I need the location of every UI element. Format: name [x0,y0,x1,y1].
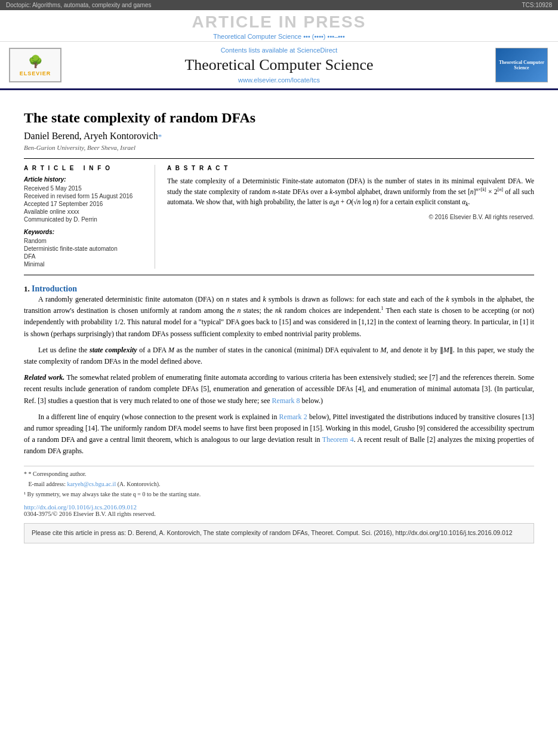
journal-logo-box: 🌳 ELSEVIER [9,48,61,82]
citation-box: Please cite this article in press as: D.… [24,523,534,543]
email-label: E-mail address: [29,481,66,487]
tree-icon: 🌳 [28,54,43,69]
author-names: Daniel Berend, Aryeh Kontorovich [24,131,158,141]
copyright: © 2016 Elsevier B.V. All rights reserved… [167,214,534,220]
affiliation: Ben-Gurion University, Beer Sheva, Israe… [24,144,534,151]
intro-number: 1. [24,284,32,293]
footnote-section: * * Corresponding author. E-mail address… [24,466,534,499]
revised-date: Received in revised form 15 August 2016 [24,193,146,199]
communicated-by: Communicated by D. Perrin [24,216,146,223]
abstract-heading: A B S T R A C T [167,165,534,171]
authors: Daniel Berend, Aryeh Kontorovich* [24,131,534,142]
doi-link[interactable]: http://dx.doi.org/10.1016/j.tcs.2016.09.… [24,503,534,511]
col-left: A R T I C L E I N F O Article history: R… [24,165,155,269]
different-line-para: In a different line of enquiry (whose co… [24,411,534,457]
intro-para1: A randomly generated deterministic finit… [24,294,534,340]
sciencedirect-text[interactable]: ScienceDirect [297,47,337,54]
article-history-label: Article history: [24,176,146,183]
intro-section: 1. Introduction [24,284,534,294]
col-right: A B S T R A C T The state complexity of … [167,165,534,269]
article-info-heading: A R T I C L E I N F O [24,165,146,171]
keyword-random: Random [24,238,146,244]
abstract-text: The state complexity of a Deterministic … [167,176,534,209]
remark2-link[interactable]: Remark 2 [279,413,307,421]
elsevier-label: ELSEVIER [20,70,51,76]
keyword-dfa-full: Deterministic finite-state automaton [24,245,146,252]
corresponding-author-label: * Corresponding author. [29,471,87,477]
article-info-abstract: A R T I C L E I N F O Article history: R… [24,158,534,275]
sciencedirect-link[interactable]: Contents lists available at ScienceDirec… [69,47,489,54]
available-online: Available online xxxx [24,208,146,215]
journal-url[interactable]: www.elsevier.com/locate/tcs [69,76,489,84]
corresponding-star: * [158,132,162,141]
footnote-email: E-mail address: karyeh@cs.bgu.ac.il (A. … [24,480,534,488]
intro-heading: Introduction [32,284,77,293]
keywords-label: Keywords: [24,229,146,235]
top-bar-right: TCS:10928 [522,2,552,8]
remark8-link[interactable]: Remark 8 [272,397,300,405]
email-author: (A. Kontorovich). [118,481,161,487]
journal-title-main: Theoretical Computer Science [69,56,489,74]
received-date: Received 5 May 2015 [24,185,146,192]
intro-para2: Let us define the state complexity of a … [24,345,534,367]
article-title: The state complexity of random DFAs [24,110,534,126]
main-content: The state complexity of random DFAs Dani… [0,90,558,549]
aip-banner-text: ARTICLE IN PRESS [0,13,558,32]
journal-right-logo: Theoretical Computer Science [495,48,549,82]
aip-journal-ref: Theoretical Computer Science ••• (••••) … [0,33,558,40]
doi-section: http://dx.doi.org/10.1016/j.tcs.2016.09.… [24,503,534,517]
related-work-para: Related work. The somewhat related probl… [24,372,534,407]
top-bar-left: Doctopic: Algorithms, automata, complexi… [6,2,151,8]
journal-center: Contents lists available at ScienceDirec… [69,47,489,84]
footnote-star: * * Corresponding author. [24,470,534,478]
email-link[interactable]: karyeh@cs.bgu.ac.il [67,481,116,487]
footnote-1: ¹ By symmetry, we may always take the st… [24,490,534,499]
keyword-dfa: DFA [24,253,146,260]
journal-logo: 🌳 ELSEVIER [9,48,63,82]
journal-header: 🌳 ELSEVIER Contents lists available at S… [0,42,558,90]
accepted-date: Accepted 17 September 2016 [24,201,146,207]
right-logo-text: Theoretical Computer Science [498,60,545,70]
keyword-minimal: Minimal [24,261,146,268]
page-wrapper: Doctopic: Algorithms, automata, complexi… [0,0,558,756]
aip-banner: ARTICLE IN PRESS Theoretical Computer Sc… [0,10,558,42]
journal-right-box: Theoretical Computer Science [495,48,548,82]
top-bar: Doctopic: Algorithms, automata, complexi… [0,0,558,10]
doi-text: 0304-3975/© 2016 Elsevier B.V. All right… [24,511,534,517]
theorem4-link[interactable]: Theorem 4 [322,435,354,444]
